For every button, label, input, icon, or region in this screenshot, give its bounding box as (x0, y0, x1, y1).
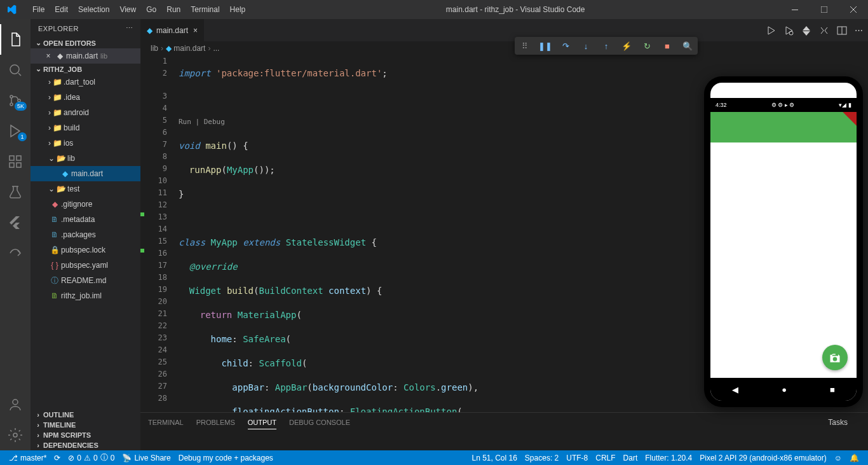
file-tree: ›📁.dart_tool ›📁.idea ›📁android ›📁build ›… (31, 74, 140, 303)
svg-point-10 (13, 399, 18, 405)
problems-item[interactable]: ⊘ 0 ⚠ 0 ⓘ 0 (64, 452, 118, 463)
timeline-section[interactable]: ›TIMELINE (31, 420, 140, 430)
sync-item[interactable]: ⟳ (50, 454, 64, 462)
menu-file[interactable]: File (27, 0, 50, 19)
step-out-icon[interactable]: ↑ (600, 39, 613, 52)
drag-handle-icon[interactable]: ⠿ (519, 39, 531, 52)
device-item[interactable]: Pixel 2 API 29 (android-x86 emulator) (696, 454, 830, 462)
window-title: main.dart - rithz_job - Visual Studio Co… (250, 5, 780, 14)
tree-file[interactable]: ◆.gitignore (31, 197, 140, 212)
pause-icon[interactable]: ❚❚ (539, 39, 552, 52)
panel-tab-problems[interactable]: PROBLEMS (196, 416, 235, 429)
floating-action-button[interactable] (822, 345, 848, 370)
test-icon[interactable] (0, 177, 31, 207)
svg-rect-8 (17, 163, 21, 167)
menu-run[interactable]: Run (161, 0, 186, 19)
branch-item[interactable]: ⎇ master* (5, 454, 50, 462)
close-button[interactable] (839, 0, 868, 19)
step-into-icon[interactable]: ↓ (580, 39, 592, 52)
line-gutter: 1234567891011121314151617181920212223242… (140, 55, 179, 412)
emulator-screen[interactable]: 4:32⚙ ⚙ ▸ ⚙▾◢ ▮ ◀ ● ■ (710, 83, 857, 401)
tree-file[interactable]: ⓘREADME.md (31, 273, 140, 288)
panel-tab-output[interactable]: OUTPUT (248, 416, 276, 429)
dart-file-icon: ◆ (147, 26, 153, 35)
settings-icon[interactable] (0, 420, 31, 450)
debug-toolbar[interactable]: ⠿ ❚❚ ↷ ↓ ↑ ⚡ ↻ ■ 🔍 (515, 37, 698, 55)
account-icon[interactable] (0, 389, 31, 420)
scm-badge: 5K (15, 102, 27, 111)
tree-file[interactable]: 🗎.metadata (31, 212, 140, 227)
panel-tab-debug-console[interactable]: DEBUG CONSOLE (289, 416, 350, 429)
npm-section[interactable]: ›NPM SCRIPTS (31, 430, 140, 440)
status-bar: ⎇ master* ⟳ ⊘ 0 ⚠ 0 ⓘ 0 📡 Live Share Deb… (0, 450, 868, 465)
panel-tab-terminal[interactable]: TERMINAL (148, 416, 184, 429)
tree-file[interactable]: 🗎.packages (31, 227, 140, 242)
hot-reload-icon[interactable] (801, 25, 811, 36)
hot-reload-icon[interactable]: ⚡ (620, 39, 633, 52)
panel-dropdown[interactable]: Tasks (828, 418, 860, 427)
tree-folder-lib[interactable]: ⌄📂lib (31, 151, 140, 166)
encoding-item[interactable]: UTF-8 (562, 454, 592, 462)
scm-icon[interactable]: 5K (0, 85, 31, 116)
maximize-button[interactable] (810, 0, 839, 19)
share-icon[interactable] (0, 238, 31, 268)
menu-go[interactable]: Go (141, 0, 161, 19)
explorer-icon[interactable] (0, 24, 31, 55)
menu-help[interactable]: Help (225, 0, 251, 19)
minimize-button[interactable] (780, 0, 810, 19)
open-editor-item[interactable]: × ◆ main.dartlib (31, 48, 140, 64)
menu-edit[interactable]: Edit (50, 0, 73, 19)
devtools-icon[interactable]: 🔍 (681, 39, 694, 52)
feedback-icon[interactable]: ☺ (831, 454, 846, 462)
extensions-icon[interactable] (0, 146, 31, 177)
tree-file[interactable]: { }pubspec.yaml (31, 258, 140, 273)
breadcrumb[interactable]: lib› ◆ main.dart› ... (140, 41, 868, 55)
tree-folder[interactable]: ›📁ios (31, 135, 140, 151)
search-icon[interactable] (0, 55, 31, 85)
back-icon[interactable]: ◀ (732, 385, 738, 394)
split-icon[interactable] (837, 25, 847, 36)
stop-icon[interactable]: ■ (661, 39, 674, 52)
debug-target-item[interactable]: Debug my code + packages (175, 454, 277, 462)
outline-section[interactable]: ›OUTLINE (31, 410, 140, 420)
menu-terminal[interactable]: Terminal (186, 0, 224, 19)
tree-file-main[interactable]: ◆main.dart (31, 166, 140, 181)
android-emulator[interactable]: 4:32⚙ ⚙ ▸ ⚙▾◢ ▮ ◀ ● ■ (704, 76, 863, 407)
language-item[interactable]: Dart (620, 454, 642, 462)
tree-folder[interactable]: ›📁build (31, 120, 140, 135)
project-section[interactable]: ⌄RITHZ_JOB (31, 64, 140, 74)
tree-file[interactable]: 🗎rithz_job.iml (31, 288, 140, 303)
cursor-position[interactable]: Ln 51, Col 16 (468, 454, 520, 462)
open-editors-section[interactable]: ⌄OPEN EDITORS (31, 38, 140, 48)
tree-folder-test[interactable]: ⌄📂test (31, 181, 140, 197)
run-icon[interactable] (766, 25, 776, 36)
debug-run-icon[interactable] (783, 25, 794, 36)
recents-icon[interactable]: ■ (830, 385, 835, 394)
flutter-version[interactable]: Flutter: 1.20.4 (641, 454, 696, 462)
tree-folder[interactable]: ›📁.dart_tool (31, 74, 140, 90)
liveshare-item[interactable]: 📡 Live Share (118, 454, 174, 462)
notifications-icon[interactable]: 🔔 (846, 454, 863, 462)
tree-folder[interactable]: ›📁.idea (31, 90, 140, 105)
close-tab-icon[interactable]: × (193, 26, 198, 35)
activity-bar: 5K 1 (0, 19, 31, 450)
flutter-icon[interactable] (0, 207, 31, 238)
home-icon[interactable]: ● (782, 385, 787, 394)
more-icon[interactable]: ⋯ (126, 24, 133, 32)
title-bar: File Edit Selection View Go Run Terminal… (0, 0, 868, 19)
diff-icon[interactable] (819, 25, 829, 36)
tree-file[interactable]: 🔒pubspec.lock (31, 242, 140, 258)
tree-folder[interactable]: ›📁android (31, 105, 140, 120)
menu-selection[interactable]: Selection (73, 0, 114, 19)
debug-banner (831, 112, 857, 137)
dart-file-icon: ◆ (53, 50, 66, 62)
more-actions-icon[interactable]: ⋯ (855, 25, 863, 35)
step-over-icon[interactable]: ↷ (559, 39, 572, 52)
debug-icon[interactable]: 1 (0, 116, 31, 146)
deps-section[interactable]: ›DEPENDENCIES (31, 440, 140, 450)
editor-tab[interactable]: ◆ main.dart × (140, 19, 205, 41)
eol-item[interactable]: CRLF (592, 454, 619, 462)
restart-icon[interactable]: ↻ (641, 39, 653, 52)
menu-view[interactable]: View (114, 0, 141, 19)
indent-item[interactable]: Spaces: 2 (521, 454, 562, 462)
